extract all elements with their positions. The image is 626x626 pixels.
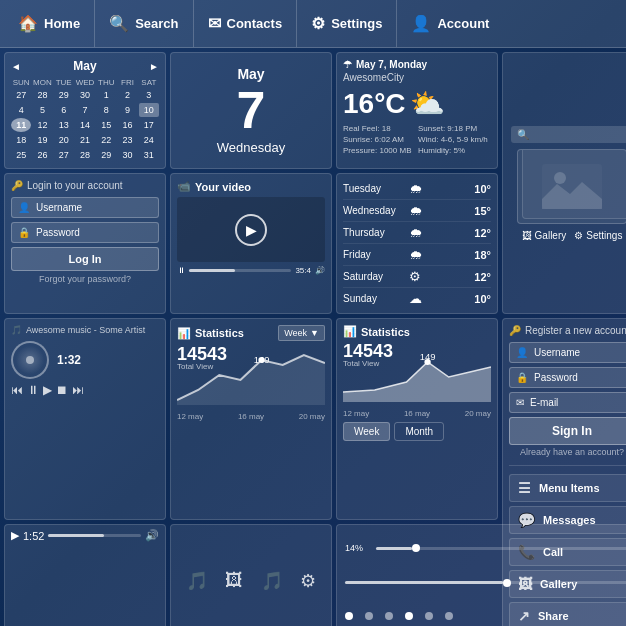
login-title: 🔑 Login to your account <box>11 180 159 191</box>
icon-image[interactable]: 🖼 <box>225 570 243 591</box>
register-username-field[interactable]: 👤 Username <box>509 342 626 363</box>
contacts-icon: ✉ <box>208 14 221 33</box>
player-volume-icon[interactable]: 🔊 <box>145 529 159 542</box>
calendar-day-31[interactable]: 28 <box>75 148 95 162</box>
video-progress-bar[interactable] <box>189 269 291 272</box>
calendar-day-18[interactable]: 15 <box>96 118 116 132</box>
dot-5[interactable] <box>445 612 453 620</box>
calendar-day-28[interactable]: 25 <box>11 148 31 162</box>
stats2-month-btn[interactable]: Month <box>394 422 444 441</box>
bigdate-day: 7 <box>237 84 266 136</box>
forecast-tue-icon: 🌧 <box>403 181 427 196</box>
player-progress-bar[interactable] <box>48 534 141 537</box>
calendar-day-34[interactable]: 31 <box>139 148 159 162</box>
calendar-day-30[interactable]: 27 <box>54 148 74 162</box>
stats2-panel: 📊 Statistics 14543 Total View 149 12 may… <box>336 318 498 520</box>
slider-track2[interactable] <box>345 581 626 584</box>
calendar-day-7[interactable]: 4 <box>11 103 31 117</box>
password-field[interactable]: 🔒 Password <box>11 222 159 243</box>
dot-0[interactable] <box>345 612 353 620</box>
calendar-day-26[interactable]: 23 <box>117 133 137 147</box>
calendar-day-1[interactable]: 28 <box>32 88 52 102</box>
already-account-link[interactable]: Already have an account? <box>509 447 626 457</box>
cal-next-btn[interactable]: ► <box>149 61 159 72</box>
calendar-day-2[interactable]: 29 <box>54 88 74 102</box>
calendar-day-14[interactable]: 11 <box>11 118 31 132</box>
search-icon: 🔍 <box>109 14 129 33</box>
nav-contacts[interactable]: ✉ Contacts <box>194 0 298 47</box>
calendar-day-8[interactable]: 5 <box>32 103 52 117</box>
calendar-day-19[interactable]: 16 <box>117 118 137 132</box>
forecast-thu-icon: 🌧 <box>403 225 427 240</box>
calendar-day-13[interactable]: 10 <box>139 103 159 117</box>
calendar-day-5[interactable]: 2 <box>117 88 137 102</box>
dot-3[interactable] <box>405 612 413 620</box>
play-button[interactable]: ▶ <box>235 214 267 246</box>
calendar-day-15[interactable]: 12 <box>32 118 52 132</box>
login-button[interactable]: Log In <box>11 247 159 271</box>
calendar-day-6[interactable]: 3 <box>139 88 159 102</box>
prev-btn[interactable]: ⏮ <box>11 383 23 397</box>
stats2-week-btn[interactable]: Week <box>343 422 390 441</box>
login-panel: 🔑 Login to your account 👤 Username 🔒 Pas… <box>4 173 166 314</box>
signin-button[interactable]: Sign In <box>509 417 626 445</box>
forgot-password-link[interactable]: Forgot your password? <box>11 274 159 284</box>
menu-item-menu[interactable]: ☰ Menu Items <box>509 474 626 502</box>
day-sat: SAT <box>139 77 159 88</box>
register-email-field[interactable]: ✉ E-mail <box>509 392 626 413</box>
dot-1[interactable] <box>365 612 373 620</box>
calendar-day-33[interactable]: 30 <box>117 148 137 162</box>
calendar-day-10[interactable]: 7 <box>75 103 95 117</box>
stats2-total-views: 14543 <box>343 341 393 361</box>
icon-note[interactable]: 🎵 <box>261 570 283 592</box>
dot-2[interactable] <box>385 612 393 620</box>
forecast-sat-icon: ⚙ <box>403 269 427 284</box>
calendar-day-27[interactable]: 24 <box>139 133 159 147</box>
pause-icon[interactable]: ⏸ <box>177 266 185 275</box>
username-field[interactable]: 👤 Username <box>11 197 159 218</box>
cal-prev-btn[interactable]: ◄ <box>11 61 21 72</box>
calendar-day-17[interactable]: 14 <box>75 118 95 132</box>
video-time: 35:4 <box>295 266 311 275</box>
icon-gear[interactable]: ⚙ <box>300 570 316 592</box>
calendar-day-23[interactable]: 20 <box>54 133 74 147</box>
nav-search[interactable]: 🔍 Search <box>95 0 193 47</box>
calendar-day-25[interactable]: 22 <box>96 133 116 147</box>
dot-4[interactable] <box>425 612 433 620</box>
calendar-day-11[interactable]: 8 <box>96 103 116 117</box>
stats1-week-btn[interactable]: Week ▼ <box>278 325 325 341</box>
pause-btn[interactable]: ⏸ <box>27 383 39 397</box>
photo-settings-btn[interactable]: ⚙ Settings <box>574 230 622 241</box>
calendar-day-20[interactable]: 17 <box>139 118 159 132</box>
calendar-day-9[interactable]: 6 <box>54 103 74 117</box>
key-icon: 🔑 <box>11 180 23 191</box>
calendar-day-16[interactable]: 13 <box>54 118 74 132</box>
next-btn[interactable]: ⏭ <box>72 383 84 397</box>
main-grid: ◄ May ► SUN MON TUE WED THU FRI SAT 2728… <box>0 48 626 626</box>
calendar-day-21[interactable]: 18 <box>11 133 31 147</box>
register-password-field[interactable]: 🔒 Password <box>509 367 626 388</box>
calendar-day-0[interactable]: 27 <box>11 88 31 102</box>
calendar-day-32[interactable]: 29 <box>96 148 116 162</box>
calendar-day-12[interactable]: 9 <box>117 103 137 117</box>
register-key-icon: 🔑 <box>509 325 521 336</box>
calendar-day-29[interactable]: 26 <box>32 148 52 162</box>
nav-settings[interactable]: ⚙ Settings <box>297 0 397 47</box>
nav-home[interactable]: 🏠 Home <box>4 0 95 47</box>
gallery-btn[interactable]: 🖼 Gallery <box>522 230 567 241</box>
stats1-total-views: 14543 <box>177 344 227 364</box>
calendar-day-22[interactable]: 19 <box>32 133 52 147</box>
play-btn[interactable]: ▶ <box>43 383 52 397</box>
stop-btn[interactable]: ⏹ <box>56 383 68 397</box>
volume-icon[interactable]: 🔊 <box>315 266 325 275</box>
slider-pct-track[interactable] <box>376 547 626 550</box>
calendar-day-4[interactable]: 1 <box>96 88 116 102</box>
gallery-icon: 🖼 <box>522 230 532 241</box>
icon-music[interactable]: 🎵 <box>186 570 208 592</box>
video-icon: 📹 <box>177 180 191 193</box>
nav-account[interactable]: 👤 Account <box>397 0 503 47</box>
calendar-day-24[interactable]: 21 <box>75 133 95 147</box>
calendar-day-3[interactable]: 30 <box>75 88 95 102</box>
svg-point-7 <box>424 359 430 365</box>
play-small-icon[interactable]: ▶ <box>11 529 19 542</box>
